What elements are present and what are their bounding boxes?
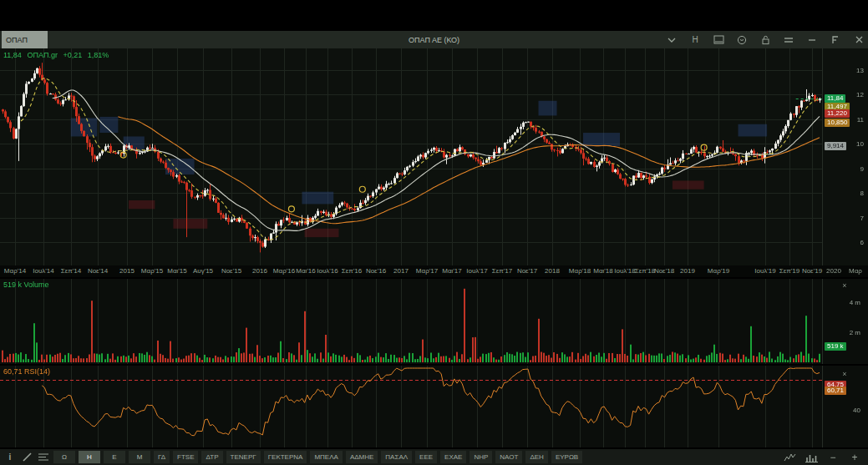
- rsi-pane-close-icon[interactable]: ×: [840, 370, 849, 378]
- ticker-button-ΤΕΝΕΡΓ[interactable]: ΤΕΝΕΡΓ: [226, 451, 261, 463]
- timeframe-button-Η[interactable]: Η: [79, 451, 100, 463]
- axis-price-tag: 11,84: [825, 94, 845, 103]
- time-axis-label: Σεπ'19: [779, 267, 799, 275]
- time-axis[interactable]: Μαρ'14Ιουλ'14Σεπ'14Νοε'142015Μαρ'15Μαι'1…: [0, 265, 868, 277]
- ticker-button-ΓΔ[interactable]: ΓΔ: [154, 451, 170, 463]
- time-axis-label: Ιουλ'19: [754, 267, 775, 275]
- ticker-button-ΠΑΣΑΛ[interactable]: ΠΑΣΑΛ: [381, 451, 412, 463]
- menu-icon[interactable]: [783, 34, 794, 46]
- time-axis-label: Αυγ'15: [193, 267, 213, 275]
- time-axis-label: 2020: [826, 267, 841, 275]
- time-axis-label: Νοε'17: [517, 267, 537, 275]
- titlebar-icons: Η: [666, 31, 865, 48]
- time-axis-label: 2017: [393, 267, 409, 275]
- price-change: +0,21: [63, 51, 82, 59]
- ticker-button-ΔΤΡ[interactable]: ΔΤΡ: [201, 451, 222, 463]
- time-axis-label: Ιουλ'16: [317, 267, 338, 275]
- window-icon[interactable]: [713, 34, 724, 46]
- info-icon[interactable]: i: [3, 451, 17, 463]
- axis-price-tag: 9,914: [825, 142, 846, 150]
- axis-price-tag: 60,71: [825, 387, 846, 395]
- time-axis-label: Νοε'16: [366, 267, 386, 275]
- ticker-button-ΝΗΡ[interactable]: ΝΗΡ: [470, 451, 492, 463]
- rsi-chart-canvas[interactable]: [0, 366, 868, 447]
- unlock-icon[interactable]: [759, 34, 771, 46]
- time-axis-label: Μαι'15: [167, 267, 187, 275]
- rsi-label: RSI(14): [24, 367, 50, 376]
- time-axis-label: Ιουλ'14: [33, 267, 53, 275]
- time-axis-label: Νοε'14: [88, 267, 108, 275]
- volume-pane-close-icon[interactable]: ×: [840, 281, 849, 290]
- time-axis-label: Μαρ'18: [569, 267, 591, 275]
- axis-price-tag: 11,220: [825, 109, 850, 118]
- time-axis-label: Νοε'15: [221, 267, 241, 275]
- time-axis-label: Σεπ'14: [61, 267, 81, 275]
- zoom-in-button[interactable]: +: [848, 451, 861, 463]
- ticker-button-ΜΠΕΛΑ[interactable]: ΜΠΕΛΑ: [310, 451, 342, 463]
- ticker-button-FTSE[interactable]: FTSE: [173, 451, 198, 463]
- time-axis-label: Μαι'18: [593, 267, 613, 275]
- pencil-icon[interactable]: [20, 451, 33, 463]
- time-axis-label: 2018: [545, 267, 560, 275]
- time-axis-label: Νοε'19: [802, 267, 822, 275]
- timeframe-button-Μ[interactable]: Μ: [129, 451, 150, 463]
- time-axis-label: Μαρ'16: [273, 267, 295, 275]
- price-change-pct: 1,81%: [88, 51, 109, 59]
- list-icon[interactable]: [37, 451, 50, 463]
- volume-chart-canvas[interactable]: [0, 279, 868, 364]
- ticker-button-ΕΥΡΩΒ[interactable]: ΕΥΡΩΒ: [551, 451, 582, 463]
- symbol-label: ΟΠΑΠ.gr: [27, 51, 58, 59]
- price-legend: 11,84 ΟΠΑΠ.gr +0,21 1,81%: [3, 51, 112, 59]
- minimize-icon[interactable]: [806, 34, 818, 46]
- timeframe-button-Ω[interactable]: Ω: [53, 451, 75, 463]
- time-axis-label: Μαρ: [849, 267, 862, 275]
- time-axis-label: 2015: [119, 267, 135, 275]
- symbol-tab[interactable]: ΟΠΑΠ: [2, 31, 48, 48]
- zoom-out-button[interactable]: −: [826, 451, 840, 463]
- time-axis-label: Ιουλ'17: [466, 267, 487, 275]
- time-axis-label: 2016: [252, 267, 267, 275]
- title-bar: ΟΠΑΠ ΟΠΑΠ ΑΕ (ΚΟ) Η: [0, 31, 868, 48]
- ticker-button-ΝΑΟΤ[interactable]: ΝΑΟΤ: [495, 451, 522, 463]
- restore-icon[interactable]: [830, 34, 841, 46]
- ticker-button-ΓΕΚΤΕΡΝΑ[interactable]: ΓΕΚΤΕΡΝΑ: [264, 451, 307, 463]
- ticker-button-ΑΔΜΗΕ[interactable]: ΑΔΜΗΕ: [346, 451, 378, 463]
- bottom-toolbar: iΩΗΕΜΓΔFTSEΔΤΡΤΕΝΕΡΓΓΕΚΤΕΡΝΑΜΠΕΛΑΑΔΜΗΕΠΑ…: [0, 449, 868, 465]
- time-axis-label: 2019: [680, 267, 695, 275]
- rsi-legend: 60,71 RSI(14): [3, 367, 50, 376]
- time-axis-label: Μαρ'19: [708, 267, 729, 275]
- volume-legend: 519 k Volume: [3, 281, 49, 289]
- timeframe-h-indicator[interactable]: Η: [689, 34, 701, 46]
- price-chart-canvas[interactable]: [0, 48, 868, 265]
- ticker-button-ΕΧΑΕ[interactable]: ΕΧΑΕ: [440, 451, 466, 463]
- close-icon[interactable]: [853, 34, 865, 46]
- time-axis-label: Ιουλ'18: [614, 267, 635, 275]
- axis-price-tag: 519 k: [825, 342, 846, 351]
- time-axis-label: Μαρ'17: [416, 267, 438, 275]
- time-axis-label: Σεπ'17: [492, 267, 512, 275]
- rsi-value: 60,71: [3, 367, 23, 376]
- time-axis-label: Μαι'16: [296, 267, 316, 275]
- ticker-button-ΔΕΗ[interactable]: ΔΕΗ: [525, 451, 547, 463]
- time-axis-label: Νοε'18: [654, 267, 674, 275]
- time-axis-label: Σεπ'16: [342, 267, 362, 275]
- volume-value: 519 k: [3, 281, 22, 289]
- ticker-button-ΕΕΕ[interactable]: ΕΕΕ: [415, 451, 437, 463]
- bar-chart-icon[interactable]: [805, 451, 818, 463]
- time-axis-label: Σεπ'18: [635, 267, 655, 275]
- time-axis-label: Μαι'17: [442, 267, 462, 275]
- time-axis-label: Μαρ'14: [4, 267, 26, 275]
- time-axis-label: Μαρ'15: [141, 267, 163, 275]
- clock-icon[interactable]: [736, 34, 748, 46]
- axis-price-tag: 10,850: [825, 119, 850, 127]
- dropdown-arrow-icon[interactable]: [666, 34, 678, 46]
- trading-app-window: ΟΠΑΠ ΟΠΑΠ ΑΕ (ΚΟ) Η 11,84 ΟΠΑΠ.gr +0,21 …: [0, 0, 868, 465]
- volume-label: Volume: [24, 281, 49, 289]
- line-chart-icon[interactable]: [783, 451, 796, 463]
- last-price: 11,84: [3, 51, 22, 59]
- timeframe-button-Ε[interactable]: Ε: [104, 451, 125, 463]
